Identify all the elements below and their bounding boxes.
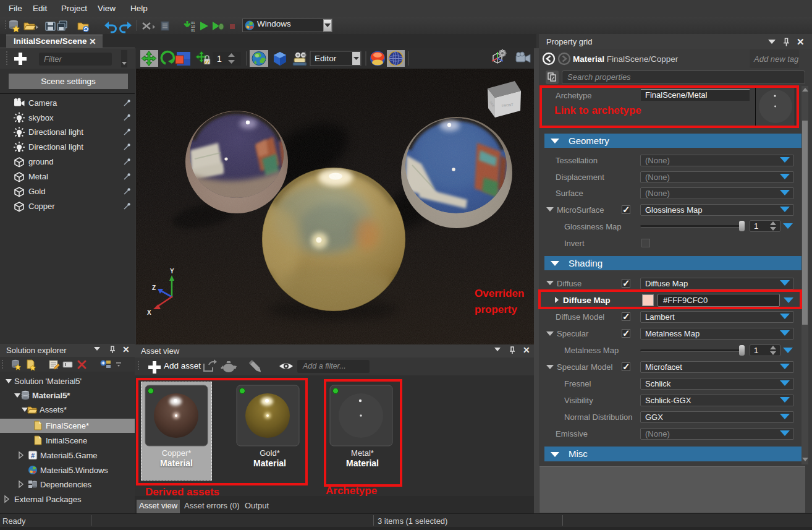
svg-text:Editor: Editor xyxy=(315,54,337,63)
svg-text:01: 01 xyxy=(191,28,195,32)
svg-text:Z: Z xyxy=(152,284,156,291)
svg-text:X: X xyxy=(147,309,151,316)
svg-text:1: 1 xyxy=(217,54,222,64)
svg-text:Y: Y xyxy=(170,268,174,275)
